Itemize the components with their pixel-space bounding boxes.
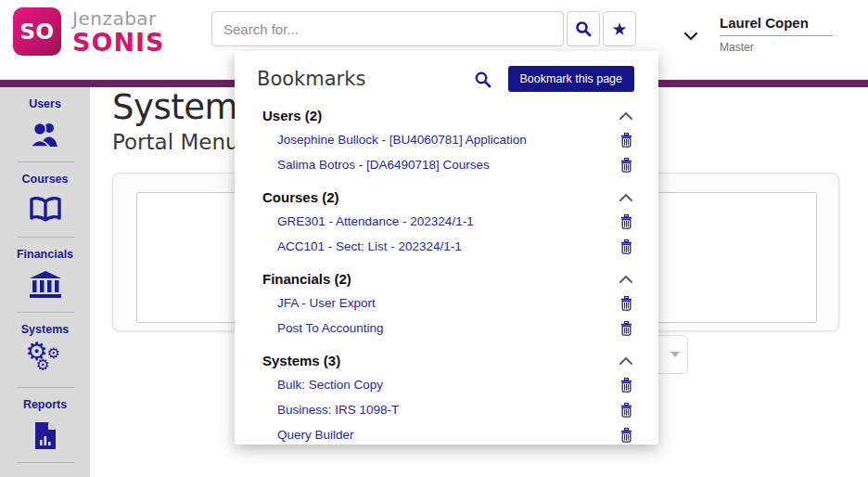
trash-icon[interactable]: [618, 213, 634, 230]
bookmark-item: Josephine Bullock - [BU4060781] Applicat…: [257, 127, 634, 152]
page-title: System: [112, 87, 237, 127]
bookmark-item: GRE301 - Attendance - 202324/1-1: [257, 209, 634, 234]
sidebar-item-users[interactable]: Users: [0, 87, 90, 162]
trash-icon[interactable]: [618, 320, 634, 337]
search-input[interactable]: [211, 11, 564, 46]
sidebar-divider: [17, 312, 74, 313]
bookmark-item: Bulk: Section Copy: [257, 372, 634, 397]
trash-icon[interactable]: [618, 238, 634, 255]
dropdown-arrow-icon: [670, 352, 680, 357]
bookmark-item: Post To Accounting: [257, 316, 634, 341]
page-subtitle: Portal Menu: [112, 130, 239, 154]
bookmark-section-financials: Financials (2): [257, 266, 634, 290]
sidebar-divider: [17, 387, 74, 388]
sidebar-divider: [17, 462, 74, 463]
app-logo[interactable]: SO Jenzabar SONIS: [13, 7, 165, 56]
bookmark-item: Query Builder: [257, 422, 634, 447]
trash-icon[interactable]: [618, 295, 634, 312]
sidebar-item-systems[interactable]: Systems ⚙ ⚙ ⚙: [0, 313, 90, 388]
report-icon: [33, 419, 57, 451]
sidebar-divider: [17, 237, 74, 238]
sidebar-divider: [17, 161, 74, 162]
trash-icon[interactable]: [618, 132, 634, 148]
gears-icon: ⚙ ⚙ ⚙: [26, 344, 65, 376]
bookmark-section-users: Users (2): [257, 103, 634, 127]
bookmark-item: Salima Botros - [DA6490718] Courses: [257, 152, 634, 177]
trash-icon[interactable]: [618, 427, 634, 444]
user-menu-chevron-down-icon[interactable]: [684, 28, 697, 45]
brand-jenzabar: Jenzabar: [72, 9, 165, 28]
brand-sonis: SONIS: [72, 30, 165, 55]
trash-icon[interactable]: [618, 402, 634, 419]
bookmarks-title: Bookmarks: [257, 68, 365, 90]
sidebar-item-courses[interactable]: Courses: [0, 162, 90, 238]
sonis-logo-tile: SO: [13, 7, 61, 56]
book-icon: [29, 194, 62, 226]
sidebar-item-reports[interactable]: Reports: [0, 388, 90, 463]
trash-icon[interactable]: [618, 377, 634, 393]
chevron-up-icon[interactable]: [618, 188, 634, 205]
star-icon: ★: [611, 20, 627, 38]
sidebar-nav: Users Courses Financials: [0, 87, 90, 477]
search-icon: [575, 20, 592, 37]
bookmark-this-page-button[interactable]: Bookmark this page: [508, 66, 634, 92]
bookmarks-popup: Bookmarks Bookmark this page Users (2) J…: [235, 51, 658, 445]
bookmark-item: ACC101 - Sect: List - 202324/1-1: [257, 234, 634, 259]
sidebar-item-financials[interactable]: Financials: [0, 238, 90, 313]
bookmarks-button[interactable]: ★: [603, 11, 636, 46]
chevron-up-icon[interactable]: [618, 107, 634, 123]
chevron-up-icon[interactable]: [618, 352, 634, 368]
bookmarks-search-icon[interactable]: [474, 71, 491, 88]
bank-icon: [29, 269, 62, 301]
user-name: Laurel Copen: [720, 15, 833, 36]
bookmark-section-courses: Courses (2): [257, 185, 634, 209]
user-role: Master: [720, 41, 833, 54]
search-button[interactable]: [567, 11, 600, 46]
trash-icon[interactable]: [618, 157, 634, 174]
bookmark-item: Business: IRS 1098-T: [257, 397, 634, 422]
bookmark-section-systems: Systems (3): [257, 348, 634, 372]
users-icon: [28, 119, 63, 150]
chevron-up-icon[interactable]: [618, 270, 634, 287]
bookmark-item: JFA - User Export: [257, 290, 634, 316]
